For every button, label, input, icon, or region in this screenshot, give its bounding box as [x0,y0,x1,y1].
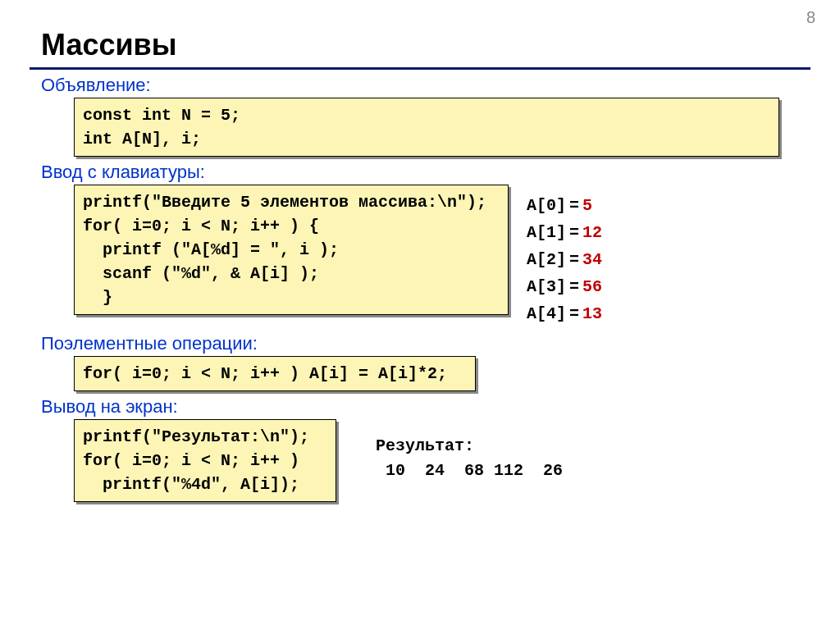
io-eq: = [568,220,579,245]
io-val: 56 [581,274,602,299]
code-ops: for( i=0; i < N; i++ ) A[i] = A[i]*2; [74,356,476,391]
io-val: 13 [581,301,602,326]
page-title: Массивы [41,28,840,62]
table-row: A[2]=34 [525,247,602,272]
code-declaration: const int N = 5; int A[N], i; [74,98,779,157]
io-val: 12 [581,220,602,245]
io-key: A[0] [525,193,566,218]
result-label: Результат: [376,436,474,455]
code-input: printf("Введите 5 элементов массива:\n")… [74,185,509,315]
section-ops: Поэлементные операции: [41,333,840,354]
io-key: A[3] [525,274,566,299]
title-rule [30,67,810,70]
io-eq: = [568,193,579,218]
io-key: A[2] [525,247,566,272]
table-row: A[4]=13 [525,301,602,326]
slide-number: 8 [806,8,815,27]
io-eq: = [568,274,579,299]
table-row: A[0]=5 [525,193,602,218]
code-output: printf("Результат:\n"); for( i=0; i < N;… [74,419,336,502]
input-sample-table: A[0]=5 A[1]=12 A[2]=34 A[3]=56 A[4]=13 [523,191,604,328]
io-val: 5 [581,193,602,218]
table-row: A[1]=12 [525,220,602,245]
io-eq: = [568,247,579,272]
result-values: 10 24 68 112 26 [376,461,563,480]
io-val: 34 [581,247,602,272]
result-output: Результат: 10 24 68 112 26 [376,434,563,483]
section-input: Ввод с клавиатуры: [41,162,840,183]
section-output: Вывод на экран: [41,396,840,418]
section-declaration: Объявление: [41,75,840,96]
io-key: A[1] [525,220,566,245]
table-row: A[3]=56 [525,274,602,299]
io-key: A[4] [525,301,566,326]
io-eq: = [568,301,579,326]
